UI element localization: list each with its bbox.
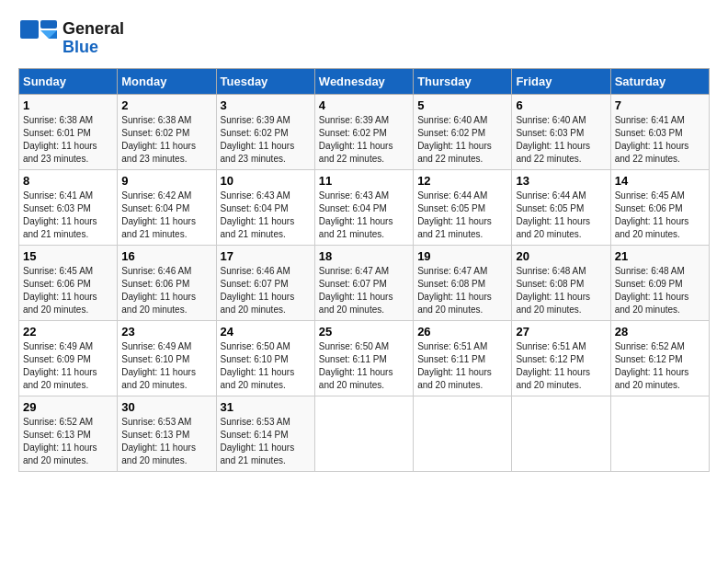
calendar-cell: 30 Sunrise: 6:53 AMSunset: 6:13 PMDaylig… xyxy=(118,396,216,472)
calendar-cell: 18 Sunrise: 6:47 AMSunset: 6:07 PMDaylig… xyxy=(314,246,413,321)
calendar-cell xyxy=(512,396,610,472)
day-info: Sunrise: 6:53 AMSunset: 6:13 PMDaylight:… xyxy=(121,417,196,465)
day-info: Sunrise: 6:38 AMSunset: 6:01 PMDaylight:… xyxy=(23,115,97,164)
weekday-header: Friday xyxy=(512,69,610,95)
calendar-cell: 14 Sunrise: 6:45 AMSunset: 6:06 PMDaylig… xyxy=(610,170,709,246)
day-info: Sunrise: 6:48 AMSunset: 6:09 PMDaylight:… xyxy=(615,266,689,315)
calendar-cell: 15 Sunrise: 6:45 AMSunset: 6:06 PMDaylig… xyxy=(19,246,118,321)
day-info: Sunrise: 6:39 AMSunset: 6:02 PMDaylight:… xyxy=(319,115,393,164)
day-number: 29 xyxy=(23,400,113,414)
calendar-cell: 16 Sunrise: 6:46 AMSunset: 6:06 PMDaylig… xyxy=(118,246,216,321)
weekday-header: Wednesday xyxy=(314,69,413,95)
calendar-cell: 8 Sunrise: 6:41 AMSunset: 6:03 PMDayligh… xyxy=(19,170,118,246)
day-info: Sunrise: 6:52 AMSunset: 6:13 PMDaylight:… xyxy=(23,417,97,465)
calendar-cell: 1 Sunrise: 6:38 AMSunset: 6:01 PMDayligh… xyxy=(19,95,118,170)
svg-rect-1 xyxy=(40,20,57,29)
day-info: Sunrise: 6:38 AMSunset: 6:02 PMDaylight:… xyxy=(121,115,196,164)
day-number: 20 xyxy=(516,249,606,263)
day-number: 8 xyxy=(23,174,113,188)
calendar-cell: 11 Sunrise: 6:43 AMSunset: 6:04 PMDaylig… xyxy=(314,170,413,246)
calendar-cell: 22 Sunrise: 6:49 AMSunset: 6:09 PMDaylig… xyxy=(19,321,118,396)
day-info: Sunrise: 6:41 AMSunset: 6:03 PMDaylight:… xyxy=(23,190,97,239)
calendar-cell: 9 Sunrise: 6:42 AMSunset: 6:04 PMDayligh… xyxy=(118,170,216,246)
weekday-header: Thursday xyxy=(414,69,512,95)
calendar-cell: 24 Sunrise: 6:50 AMSunset: 6:10 PMDaylig… xyxy=(216,321,314,396)
weekday-header: Saturday xyxy=(610,69,709,95)
day-number: 27 xyxy=(516,325,606,339)
day-number: 11 xyxy=(319,174,409,188)
calendar-cell: 31 Sunrise: 6:53 AMSunset: 6:14 PMDaylig… xyxy=(216,396,314,472)
weekday-header: Sunday xyxy=(19,69,118,95)
calendar-cell xyxy=(314,396,413,472)
calendar-cell: 4 Sunrise: 6:39 AMSunset: 6:02 PMDayligh… xyxy=(314,95,413,170)
calendar-cell: 5 Sunrise: 6:40 AMSunset: 6:02 PMDayligh… xyxy=(414,95,512,170)
calendar-cell: 23 Sunrise: 6:49 AMSunset: 6:10 PMDaylig… xyxy=(118,321,216,396)
day-number: 10 xyxy=(221,174,311,188)
day-number: 9 xyxy=(121,174,211,188)
day-info: Sunrise: 6:49 AMSunset: 6:09 PMDaylight:… xyxy=(23,341,97,390)
day-number: 23 xyxy=(121,325,211,339)
day-info: Sunrise: 6:42 AMSunset: 6:04 PMDaylight:… xyxy=(121,190,196,239)
day-number: 18 xyxy=(319,249,409,263)
day-info: Sunrise: 6:52 AMSunset: 6:12 PMDaylight:… xyxy=(615,341,689,390)
day-number: 13 xyxy=(516,174,606,188)
day-info: Sunrise: 6:49 AMSunset: 6:10 PMDaylight:… xyxy=(121,341,196,390)
day-number: 14 xyxy=(615,174,705,188)
day-number: 22 xyxy=(23,325,113,339)
day-number: 3 xyxy=(221,98,311,112)
calendar-cell: 28 Sunrise: 6:52 AMSunset: 6:12 PMDaylig… xyxy=(610,321,709,396)
day-number: 25 xyxy=(319,325,409,339)
day-info: Sunrise: 6:47 AMSunset: 6:08 PMDaylight:… xyxy=(417,266,492,315)
day-number: 19 xyxy=(417,249,507,263)
day-info: Sunrise: 6:45 AMSunset: 6:06 PMDaylight:… xyxy=(615,190,689,239)
calendar-cell: 3 Sunrise: 6:39 AMSunset: 6:02 PMDayligh… xyxy=(216,95,314,170)
calendar-cell: 10 Sunrise: 6:43 AMSunset: 6:04 PMDaylig… xyxy=(216,170,314,246)
day-info: Sunrise: 6:50 AMSunset: 6:11 PMDaylight:… xyxy=(319,341,393,390)
day-number: 26 xyxy=(417,325,507,339)
day-number: 24 xyxy=(221,325,311,339)
calendar-cell: 25 Sunrise: 6:50 AMSunset: 6:11 PMDaylig… xyxy=(314,321,413,396)
day-info: Sunrise: 6:39 AMSunset: 6:02 PMDaylight:… xyxy=(221,115,295,164)
calendar-table: SundayMondayTuesdayWednesdayThursdayFrid… xyxy=(18,68,710,472)
calendar-cell xyxy=(414,396,512,472)
calendar-cell: 2 Sunrise: 6:38 AMSunset: 6:02 PMDayligh… xyxy=(118,95,216,170)
weekday-header: Monday xyxy=(118,69,216,95)
calendar-cell: 7 Sunrise: 6:41 AMSunset: 6:03 PMDayligh… xyxy=(610,95,709,170)
day-number: 16 xyxy=(121,249,211,263)
day-info: Sunrise: 6:44 AMSunset: 6:05 PMDaylight:… xyxy=(516,190,590,239)
calendar-cell: 13 Sunrise: 6:44 AMSunset: 6:05 PMDaylig… xyxy=(512,170,610,246)
day-info: Sunrise: 6:45 AMSunset: 6:06 PMDaylight:… xyxy=(23,266,97,315)
day-info: Sunrise: 6:51 AMSunset: 6:12 PMDaylight:… xyxy=(516,341,590,390)
calendar-cell: 29 Sunrise: 6:52 AMSunset: 6:13 PMDaylig… xyxy=(19,396,118,472)
day-info: Sunrise: 6:48 AMSunset: 6:08 PMDaylight:… xyxy=(516,266,590,315)
day-number: 28 xyxy=(615,325,705,339)
calendar-cell xyxy=(610,396,709,472)
calendar-cell: 20 Sunrise: 6:48 AMSunset: 6:08 PMDaylig… xyxy=(512,246,610,321)
calendar-cell: 19 Sunrise: 6:47 AMSunset: 6:08 PMDaylig… xyxy=(414,246,512,321)
weekday-header: Tuesday xyxy=(216,69,314,95)
day-number: 15 xyxy=(23,249,113,263)
day-info: Sunrise: 6:43 AMSunset: 6:04 PMDaylight:… xyxy=(319,190,393,239)
day-info: Sunrise: 6:46 AMSunset: 6:06 PMDaylight:… xyxy=(121,266,196,315)
day-info: Sunrise: 6:43 AMSunset: 6:04 PMDaylight:… xyxy=(221,190,295,239)
logo-blue: Blue xyxy=(63,39,124,57)
day-info: Sunrise: 6:44 AMSunset: 6:05 PMDaylight:… xyxy=(417,190,492,239)
day-number: 12 xyxy=(417,174,507,188)
calendar-cell: 17 Sunrise: 6:46 AMSunset: 6:07 PMDaylig… xyxy=(216,246,314,321)
day-info: Sunrise: 6:50 AMSunset: 6:10 PMDaylight:… xyxy=(221,341,295,390)
day-number: 30 xyxy=(121,400,211,414)
calendar-cell: 6 Sunrise: 6:40 AMSunset: 6:03 PMDayligh… xyxy=(512,95,610,170)
day-info: Sunrise: 6:47 AMSunset: 6:07 PMDaylight:… xyxy=(319,266,393,315)
day-number: 7 xyxy=(615,98,705,112)
day-info: Sunrise: 6:51 AMSunset: 6:11 PMDaylight:… xyxy=(417,341,492,390)
svg-rect-0 xyxy=(20,20,39,39)
day-number: 21 xyxy=(615,249,705,263)
day-info: Sunrise: 6:41 AMSunset: 6:03 PMDaylight:… xyxy=(615,115,689,164)
day-number: 1 xyxy=(23,98,113,112)
day-number: 2 xyxy=(121,98,211,112)
day-info: Sunrise: 6:40 AMSunset: 6:02 PMDaylight:… xyxy=(417,115,492,164)
day-number: 17 xyxy=(221,249,311,263)
day-info: Sunrise: 6:46 AMSunset: 6:07 PMDaylight:… xyxy=(221,266,295,315)
page-header: General Blue xyxy=(18,18,710,59)
day-info: Sunrise: 6:53 AMSunset: 6:14 PMDaylight:… xyxy=(221,417,295,465)
